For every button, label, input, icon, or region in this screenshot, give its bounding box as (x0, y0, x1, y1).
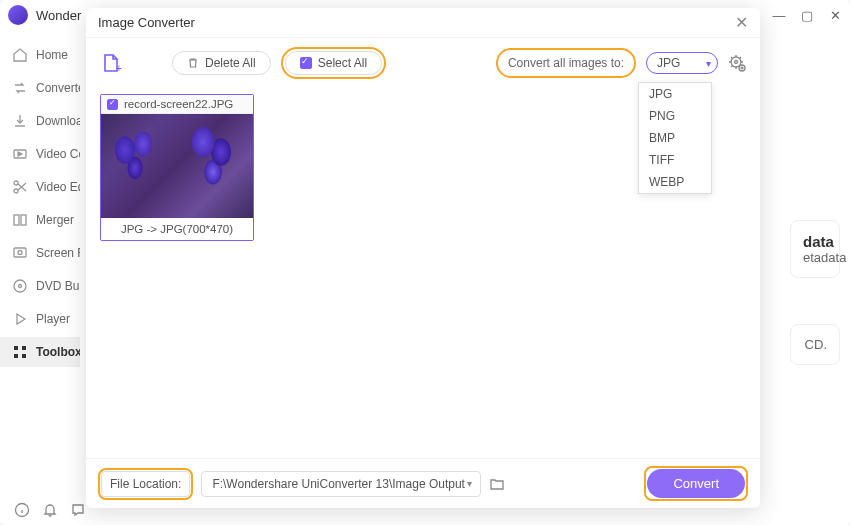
dropdown-item-bmp[interactable]: BMP (639, 127, 711, 149)
sidebar-item-label: Video Co (36, 147, 80, 161)
svg-point-6 (18, 251, 22, 255)
minimize-icon[interactable]: — (772, 8, 786, 22)
sidebar-item-downloader[interactable]: Downloa (0, 106, 80, 136)
cd-card: CD. (790, 324, 840, 365)
toolbar: + Delete All Select All Convert all imag… (86, 38, 760, 88)
disc-icon (12, 278, 28, 294)
svg-point-1 (14, 181, 18, 185)
sidebar-item-label: Player (36, 312, 70, 326)
right-panel: data etadata CD. (790, 40, 840, 510)
format-selected: JPG (657, 56, 680, 70)
converter-icon (12, 80, 28, 96)
metadata-card: data etadata (790, 220, 840, 278)
sidebar-item-video-editor[interactable]: Video Ed (0, 172, 80, 202)
sidebar-item-label: Home (36, 48, 68, 62)
sidebar-item-converter[interactable]: Converte (0, 73, 80, 103)
sidebar-item-label: Merger (36, 213, 74, 227)
modal-header: Image Converter ✕ (86, 8, 760, 38)
convert-label: Convert (673, 476, 719, 491)
feedback-icon[interactable] (70, 502, 86, 518)
merger-icon (12, 212, 28, 228)
sidebar-item-label: Screen R (36, 246, 80, 260)
play-icon (12, 311, 28, 327)
modal-footer: File Location: F:\Wondershare UniConvert… (86, 458, 760, 508)
convert-all-label: Convert all images to: (500, 52, 632, 74)
metadata-header: data (803, 233, 827, 250)
trash-icon (187, 57, 199, 69)
select-all-button[interactable]: Select All (285, 51, 382, 75)
app-logo (8, 5, 28, 25)
cd-text: CD. (803, 337, 827, 352)
delete-all-button[interactable]: Delete All (172, 51, 271, 75)
sidebar-item-label: Video Ed (36, 180, 80, 194)
open-folder-icon[interactable] (489, 476, 505, 492)
format-dropdown: JPG PNG BMP TIFF WEBP (638, 82, 712, 194)
delete-all-label: Delete All (205, 56, 256, 70)
add-file-button[interactable]: + (100, 52, 122, 74)
thumbnail-checkbox[interactable] (107, 99, 118, 110)
svg-rect-9 (14, 346, 18, 350)
checkbox-icon (300, 57, 312, 69)
settings-icon[interactable] (728, 54, 746, 72)
select-all-highlight: Select All (281, 47, 386, 79)
thumbnail-header: record-screen22.JPG (101, 95, 253, 114)
sidebar-item-label: Toolbox (36, 345, 80, 359)
svg-rect-3 (14, 215, 19, 225)
scissors-icon (12, 179, 28, 195)
svg-point-2 (14, 189, 18, 193)
svg-point-7 (14, 280, 26, 292)
file-location-highlight: File Location: (98, 468, 193, 500)
sidebar-item-merger[interactable]: Merger (0, 205, 80, 235)
thumbnail-card[interactable]: record-screen22.JPG JPG -> JPG(700*470) (100, 94, 254, 241)
close-window-icon[interactable]: ✕ (828, 8, 842, 22)
info-icon[interactable] (14, 502, 30, 518)
file-location-select[interactable]: F:\Wondershare UniConverter 13\Image Out… (201, 471, 481, 497)
sidebar-item-toolbox[interactable]: Toolbox (0, 337, 80, 367)
home-icon (12, 47, 28, 63)
toolbox-icon (12, 344, 28, 360)
convert-highlight: Convert (644, 466, 748, 501)
svg-rect-4 (21, 215, 26, 225)
svg-rect-10 (22, 346, 26, 350)
format-select[interactable]: JPG (646, 52, 718, 74)
file-location-label: File Location: (101, 471, 190, 497)
dropdown-item-tiff[interactable]: TIFF (639, 149, 711, 171)
sidebar-item-label: Downloa (36, 114, 80, 128)
svg-rect-11 (14, 354, 18, 358)
sidebar-item-screen-recorder[interactable]: Screen R (0, 238, 80, 268)
svg-point-8 (19, 285, 22, 288)
svg-rect-12 (22, 354, 26, 358)
main-window: Wonder ◐ ? — ▢ ✕ Home Converte (0, 0, 850, 525)
svg-point-16 (735, 61, 738, 64)
video-compress-icon (12, 146, 28, 162)
thumbnail-filename: record-screen22.JPG (124, 98, 233, 110)
select-all-label: Select All (318, 56, 367, 70)
screen-record-icon (12, 245, 28, 261)
convert-button[interactable]: Convert (647, 469, 745, 498)
dropdown-item-jpg[interactable]: JPG (639, 83, 711, 105)
thumbnail-conversion: JPG -> JPG(700*470) (101, 218, 253, 240)
sidebar-item-player[interactable]: Player (0, 304, 80, 334)
thumbnail-image (101, 114, 253, 218)
maximize-icon[interactable]: ▢ (800, 8, 814, 22)
image-converter-modal: Image Converter ✕ + Delete All Select Al… (86, 8, 760, 508)
svg-rect-5 (14, 248, 26, 257)
sidebar-item-label: Converte (36, 81, 80, 95)
sidebar-item-dvd-burner[interactable]: DVD Bur (0, 271, 80, 301)
bell-icon[interactable] (42, 502, 58, 518)
sidebar-item-home[interactable]: Home (0, 40, 80, 70)
sidebar: Home Converte Downloa Video Co (0, 30, 80, 495)
convert-label-highlight: Convert all images to: (496, 48, 636, 78)
close-icon[interactable]: ✕ (735, 13, 748, 32)
sidebar-item-label: DVD Bur (36, 279, 80, 293)
dropdown-item-png[interactable]: PNG (639, 105, 711, 127)
dropdown-item-webp[interactable]: WEBP (639, 171, 711, 193)
modal-title: Image Converter (98, 15, 195, 30)
metadata-sub: etadata (803, 250, 827, 265)
sidebar-item-video-compress[interactable]: Video Co (0, 139, 80, 169)
file-path-text: F:\Wondershare UniConverter 13\Image Out… (212, 477, 465, 491)
svg-text:+: + (116, 63, 122, 74)
download-icon (12, 113, 28, 129)
